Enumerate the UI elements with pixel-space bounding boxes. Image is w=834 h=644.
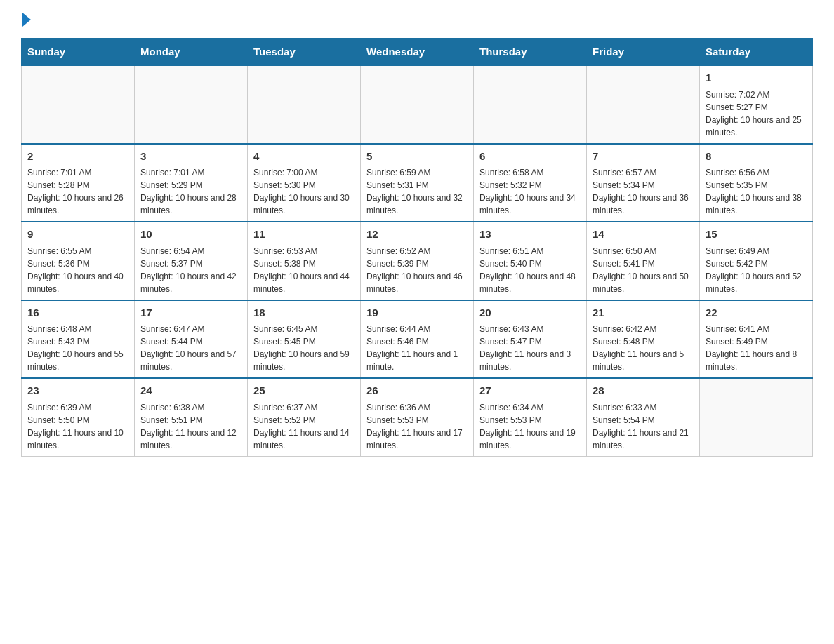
calendar-cell: 5Sunrise: 6:59 AMSunset: 5:31 PMDaylight… [361,144,474,222]
day-number: 9 [27,227,128,243]
day-info: Sunrise: 6:33 AM [593,401,694,414]
week-row-5: 23Sunrise: 6:39 AMSunset: 5:50 PMDayligh… [22,378,813,456]
calendar-cell: 20Sunrise: 6:43 AMSunset: 5:47 PMDayligh… [474,300,587,379]
day-info: Sunrise: 7:02 AM [706,88,807,101]
day-info: Sunset: 5:39 PM [366,257,468,270]
day-info: Daylight: 10 hours and 30 minutes. [253,192,355,217]
calendar-cell: 15Sunrise: 6:49 AMSunset: 5:42 PMDayligh… [700,222,813,300]
day-number: 21 [593,305,694,321]
day-info: Daylight: 11 hours and 19 minutes. [479,427,581,452]
day-number: 14 [593,227,694,243]
day-info: Sunrise: 6:51 AM [479,245,581,257]
day-info: Sunset: 5:43 PM [27,335,128,348]
calendar-cell: 12Sunrise: 6:52 AMSunset: 5:39 PMDayligh… [361,222,474,300]
day-info: Daylight: 11 hours and 8 minutes. [706,348,807,373]
day-info: Sunset: 5:36 PM [27,257,128,270]
day-info: Sunset: 5:34 PM [593,179,694,192]
day-info: Sunrise: 7:01 AM [27,166,128,179]
day-info: Sunset: 5:28 PM [27,179,128,192]
day-info: Sunrise: 6:38 AM [140,401,241,414]
day-info: Sunrise: 6:36 AM [366,401,468,414]
day-number: 23 [27,383,128,399]
day-info: Daylight: 11 hours and 21 minutes. [593,427,694,452]
day-info: Sunrise: 6:49 AM [706,245,807,257]
day-info: Sunrise: 6:37 AM [253,401,355,414]
day-info: Daylight: 11 hours and 3 minutes. [479,348,581,373]
day-info: Daylight: 10 hours and 26 minutes. [27,192,128,217]
day-info: Daylight: 11 hours and 14 minutes. [253,427,355,452]
day-info: Daylight: 10 hours and 55 minutes. [27,348,128,373]
calendar-cell [587,65,700,144]
day-info: Sunset: 5:35 PM [706,179,807,192]
day-header-saturday: Saturday [700,39,813,66]
calendar-cell: 21Sunrise: 6:42 AMSunset: 5:48 PMDayligh… [587,300,700,379]
calendar-cell: 1Sunrise: 7:02 AMSunset: 5:27 PMDaylight… [700,65,813,144]
day-info: Sunset: 5:37 PM [140,257,241,270]
calendar-table: SundayMondayTuesdayWednesdayThursdayFrid… [21,38,813,457]
calendar-cell: 27Sunrise: 6:34 AMSunset: 5:53 PMDayligh… [474,378,587,456]
calendar-cell: 26Sunrise: 6:36 AMSunset: 5:53 PMDayligh… [361,378,474,456]
day-info: Sunrise: 6:50 AM [593,245,694,257]
day-info: Sunrise: 6:55 AM [27,245,128,257]
day-number: 16 [27,305,128,321]
day-info: Sunrise: 6:57 AM [593,166,694,179]
day-number: 11 [253,227,355,243]
calendar-cell: 28Sunrise: 6:33 AMSunset: 5:54 PMDayligh… [587,378,700,456]
day-number: 7 [593,149,694,165]
day-number: 25 [253,383,355,399]
day-info: Sunrise: 6:43 AM [479,323,581,335]
calendar-cell [248,65,361,144]
day-number: 27 [479,383,581,399]
calendar-cell: 24Sunrise: 6:38 AMSunset: 5:51 PMDayligh… [135,378,248,456]
day-number: 2 [27,149,128,165]
calendar-cell [474,65,587,144]
week-row-3: 9Sunrise: 6:55 AMSunset: 5:36 PMDaylight… [22,222,813,300]
calendar-cell [135,65,248,144]
day-header-monday: Monday [135,39,248,66]
day-info: Sunset: 5:38 PM [253,257,355,270]
day-info: Sunset: 5:46 PM [366,335,468,348]
day-info: Sunset: 5:54 PM [593,414,694,427]
day-info: Sunset: 5:52 PM [253,414,355,427]
day-info: Sunset: 5:51 PM [140,414,241,427]
day-info: Daylight: 11 hours and 10 minutes. [27,427,128,452]
day-info: Sunrise: 6:44 AM [366,323,468,335]
day-info: Sunrise: 6:42 AM [593,323,694,335]
calendar-cell: 23Sunrise: 6:39 AMSunset: 5:50 PMDayligh… [22,378,135,456]
day-info: Sunrise: 6:34 AM [479,401,581,414]
day-info: Daylight: 10 hours and 28 minutes. [140,192,241,217]
calendar-cell: 13Sunrise: 6:51 AMSunset: 5:40 PMDayligh… [474,222,587,300]
day-info: Sunrise: 6:47 AM [140,323,241,335]
day-info: Daylight: 10 hours and 52 minutes. [706,270,807,295]
day-info: Sunset: 5:27 PM [706,101,807,114]
day-header-thursday: Thursday [474,39,587,66]
day-number: 3 [140,149,241,165]
calendar-cell: 18Sunrise: 6:45 AMSunset: 5:45 PMDayligh… [248,300,361,379]
calendar-cell [700,378,813,456]
day-info: Daylight: 11 hours and 1 minute. [366,348,468,373]
day-info: Daylight: 11 hours and 17 minutes. [366,427,468,452]
day-info: Sunrise: 6:56 AM [706,166,807,179]
calendar-cell: 16Sunrise: 6:48 AMSunset: 5:43 PMDayligh… [22,300,135,379]
day-info: Sunrise: 6:41 AM [706,323,807,335]
day-header-sunday: Sunday [22,39,135,66]
day-number: 6 [479,149,581,165]
day-header-wednesday: Wednesday [361,39,474,66]
day-info: Sunset: 5:30 PM [253,179,355,192]
day-info: Daylight: 11 hours and 5 minutes. [593,348,694,373]
logo-top [21,14,31,27]
day-info: Sunset: 5:42 PM [706,257,807,270]
day-info: Sunset: 5:40 PM [479,257,581,270]
calendar-cell: 9Sunrise: 6:55 AMSunset: 5:36 PMDaylight… [22,222,135,300]
day-info: Daylight: 10 hours and 50 minutes. [593,270,694,295]
day-number: 12 [366,227,468,243]
day-info: Sunrise: 6:48 AM [27,323,128,335]
day-info: Sunrise: 6:54 AM [140,245,241,257]
day-info: Sunrise: 7:01 AM [140,166,241,179]
week-row-2: 2Sunrise: 7:01 AMSunset: 5:28 PMDaylight… [22,144,813,222]
day-info: Sunrise: 6:59 AM [366,166,468,179]
day-info: Sunset: 5:44 PM [140,335,241,348]
day-info: Daylight: 10 hours and 40 minutes. [27,270,128,295]
day-info: Sunrise: 6:52 AM [366,245,468,257]
calendar-cell [361,65,474,144]
